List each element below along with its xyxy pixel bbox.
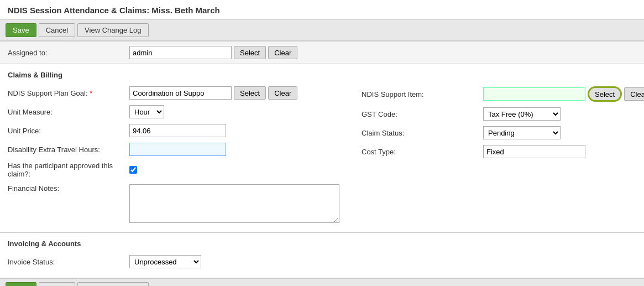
unit-price-value-group <box>129 124 226 137</box>
assigned-to-section: Assigned to: Select Clear <box>0 41 644 64</box>
disability-travel-row: Disability Extra Travel Hours: <box>8 140 339 159</box>
support-plan-goal-clear-button[interactable]: Clear <box>268 86 297 100</box>
assigned-to-clear-button[interactable]: Clear <box>268 46 297 59</box>
invoice-status-select[interactable]: Unprocessed Processed Sent Paid <box>129 255 201 268</box>
claims-billing-right: NDIS Support Item: Select Clear GST Code… <box>350 84 644 226</box>
claim-status-label: Claim Status: <box>362 129 483 137</box>
support-plan-goal-input[interactable] <box>129 86 232 100</box>
invoicing-heading: Invoicing & Accounts <box>8 240 636 248</box>
invoicing-section: Invoicing & Accounts Invoice Status: Unp… <box>0 233 644 278</box>
cancel-button-top[interactable]: Cancel <box>39 23 75 37</box>
claims-billing-grid: NDIS Support Plan Goal: * Select Clear U… <box>8 84 636 226</box>
claims-billing-heading: Claims & Billing <box>8 71 636 79</box>
disability-travel-label: Disability Extra Travel Hours: <box>8 145 129 154</box>
financial-notes-textarea[interactable] <box>129 184 339 223</box>
participant-approved-label: Has the participant approved this claim?… <box>8 162 129 178</box>
financial-notes-row: Financial Notes: <box>8 181 339 226</box>
ndis-support-item-row: NDIS Support Item: Select Clear <box>362 84 644 105</box>
unit-measure-row: Unit Measure: Hour Day Week <box>8 102 339 121</box>
financial-notes-label: Financial Notes: <box>8 184 129 193</box>
support-plan-goal-label: NDIS Support Plan Goal: * <box>8 89 129 97</box>
support-plan-goal-select-button[interactable]: Select <box>234 86 266 100</box>
claims-billing-left: NDIS Support Plan Goal: * Select Clear U… <box>8 84 350 226</box>
assigned-to-input[interactable] <box>129 46 232 59</box>
cost-type-value-group <box>483 145 585 158</box>
ndis-support-item-value-group: Select Clear <box>483 86 644 102</box>
unit-measure-value-group: Hour Day Week <box>129 105 164 118</box>
disability-travel-value-group <box>129 143 226 156</box>
cost-type-input[interactable] <box>483 145 585 158</box>
unit-price-label: Unit Price: <box>8 127 129 135</box>
invoice-status-row: Invoice Status: Unprocessed Processed Se… <box>8 252 636 271</box>
page-title: NDIS Session Attendance & Claims: Miss. … <box>0 0 644 19</box>
ndis-support-item-input[interactable] <box>483 87 585 101</box>
claim-status-row: Claim Status: Pending Approved Rejected <box>362 123 644 142</box>
cost-type-label: Cost Type: <box>362 148 483 156</box>
gst-code-select[interactable]: Tax Free (0%) GST (10%) <box>483 107 561 121</box>
assigned-to-value-group: Select Clear <box>129 46 297 59</box>
viewlog-button-top[interactable]: View Change Log <box>77 23 148 37</box>
unit-price-row: Unit Price: <box>8 121 339 140</box>
unit-price-input[interactable] <box>129 124 226 137</box>
toolbar-bottom: Save Cancel View Change Log <box>0 278 644 286</box>
invoice-status-value-group: Unprocessed Processed Sent Paid <box>129 255 201 268</box>
disability-travel-input[interactable] <box>129 143 226 156</box>
claim-status-select[interactable]: Pending Approved Rejected <box>483 126 561 139</box>
assigned-to-label: Assigned to: <box>8 49 129 57</box>
toolbar-top: Save Cancel View Change Log <box>0 19 644 41</box>
cancel-button-bottom[interactable]: Cancel <box>39 282 75 286</box>
support-plan-goal-value-group: Select Clear <box>129 86 297 100</box>
save-button-bottom[interactable]: Save <box>6 282 36 286</box>
unit-measure-select[interactable]: Hour Day Week <box>129 105 164 118</box>
claim-status-value-group: Pending Approved Rejected <box>483 126 561 139</box>
participant-approved-row: Has the participant approved this claim?… <box>8 159 339 181</box>
participant-approved-value-group <box>129 166 137 174</box>
cost-type-row: Cost Type: <box>362 142 644 161</box>
participant-approved-checkbox[interactable] <box>129 166 137 174</box>
invoice-status-label: Invoice Status: <box>8 258 129 266</box>
viewlog-button-bottom[interactable]: View Change Log <box>77 282 148 286</box>
ndis-support-item-select-button[interactable]: Select <box>588 86 622 102</box>
gst-code-label: GST Code: <box>362 110 483 118</box>
support-plan-goal-row: NDIS Support Plan Goal: * Select Clear <box>8 84 339 102</box>
financial-notes-value-group <box>129 184 339 223</box>
gst-code-value-group: Tax Free (0%) GST (10%) <box>483 107 561 121</box>
ndis-support-item-clear-button[interactable]: Clear <box>624 87 644 101</box>
claims-billing-section: Claims & Billing NDIS Support Plan Goal:… <box>0 64 644 232</box>
ndis-support-item-label: NDIS Support Item: <box>362 90 483 98</box>
save-button-top[interactable]: Save <box>6 23 36 37</box>
assigned-to-select-button[interactable]: Select <box>234 46 266 59</box>
required-asterisk: * <box>88 89 93 97</box>
gst-code-row: GST Code: Tax Free (0%) GST (10%) <box>362 105 644 123</box>
unit-measure-label: Unit Measure: <box>8 108 129 116</box>
